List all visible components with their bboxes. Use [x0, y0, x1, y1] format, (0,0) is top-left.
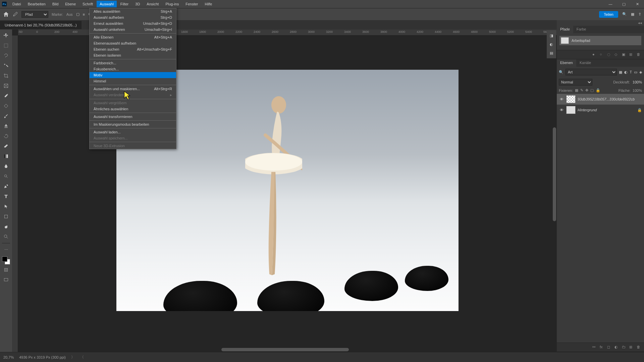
- menu-item[interactable]: Ebenen suchenAlt+Umschalt+Strg+F: [90, 46, 176, 52]
- channels-tab[interactable]: Kanäle: [576, 59, 594, 67]
- edit-toolbar[interactable]: ⋯: [1, 245, 11, 254]
- blend-mode-select[interactable]: Normal: [559, 79, 592, 85]
- delete-path-icon[interactable]: 🗑: [637, 52, 641, 57]
- healing-tool[interactable]: [1, 101, 11, 111]
- menu-datei[interactable]: Datei: [9, 1, 24, 7]
- close-button[interactable]: ✕: [631, 0, 644, 8]
- menu-bearbeiten[interactable]: Bearbeiten: [25, 1, 49, 7]
- lock-artboard-icon[interactable]: ▢: [590, 88, 594, 93]
- path-item[interactable]: Arbeitspfad: [559, 36, 641, 45]
- search-icon[interactable]: 🔍: [622, 12, 627, 16]
- dock-icon-libraries[interactable]: ▤: [547, 49, 555, 57]
- minimize-button[interactable]: —: [604, 0, 617, 8]
- layer-group-icon[interactable]: 🗀: [622, 345, 627, 350]
- brush-tool[interactable]: [1, 111, 11, 121]
- menu-fenster[interactable]: Fenster: [182, 1, 201, 7]
- zoom-tool[interactable]: [1, 232, 11, 241]
- mask-path-icon[interactable]: ▣: [622, 52, 627, 57]
- layer-filter-select[interactable]: Art: [566, 69, 617, 75]
- menu-item[interactable]: Auswahl transformieren: [90, 114, 176, 120]
- lock-position-icon[interactable]: ✥: [585, 88, 588, 93]
- vertical-scrollbar[interactable]: [553, 127, 556, 221]
- statusbar-nav-icon[interactable]: 〉: [71, 355, 75, 360]
- hand-tool[interactable]: [1, 222, 11, 231]
- layer-thumbnail[interactable]: [566, 95, 576, 103]
- layer-row[interactable]: 👁 Hintergrund 🔒: [557, 105, 644, 115]
- color-swatches[interactable]: [2, 256, 10, 264]
- visibility-toggle-icon[interactable]: 👁: [559, 97, 564, 101]
- new-layer-icon[interactable]: ⊞: [629, 345, 634, 350]
- dock-icon-adjustments[interactable]: ◐: [547, 40, 555, 48]
- gradient-tool[interactable]: [1, 152, 11, 161]
- type-tool[interactable]: [1, 192, 11, 201]
- workspace-icon[interactable]: ▦: [631, 12, 634, 16]
- horizontal-scrollbar[interactable]: [221, 348, 349, 351]
- menu-item[interactable]: Auswahl laden...: [90, 129, 176, 135]
- marquee-tool[interactable]: [1, 41, 11, 50]
- statusbar-nav-icon[interactable]: 〈: [80, 355, 84, 360]
- lock-all-icon[interactable]: 🔒: [596, 88, 600, 93]
- link-layers-icon[interactable]: ⚯: [592, 345, 597, 350]
- menu-auswahl[interactable]: Auswahl: [97, 1, 117, 7]
- layer-thumbnail[interactable]: [566, 106, 576, 114]
- layer-row[interactable]: 👁 93db395218b057...330cfde8922cb: [557, 94, 644, 105]
- frame-tool[interactable]: [1, 81, 11, 90]
- share-button[interactable]: Teilen: [599, 11, 618, 18]
- dock-icon-properties[interactable]: ◨: [547, 32, 555, 40]
- path-op-align-icon[interactable]: ≡: [83, 12, 85, 16]
- pen-tool[interactable]: [1, 182, 11, 191]
- fill-path-icon[interactable]: ●: [592, 52, 597, 57]
- stamp-tool[interactable]: [1, 121, 11, 131]
- filter-pixel-icon[interactable]: ▦: [619, 70, 622, 74]
- zoom-level[interactable]: 20,7%: [3, 355, 14, 359]
- blur-tool[interactable]: [1, 162, 11, 171]
- vertical-ruler[interactable]: [12, 36, 18, 352]
- document-tab[interactable]: Unbenannt-1 bei 20,7% (93db395218b05...): [0, 21, 82, 29]
- layer-mask-icon[interactable]: ◻: [607, 345, 612, 350]
- menu-item[interactable]: Auswählen und maskieren...Alt+Strg+R: [90, 86, 176, 92]
- eraser-tool[interactable]: [1, 141, 11, 151]
- menu-bild[interactable]: Bild: [49, 1, 61, 7]
- collapse-panel-icon[interactable]: ◂◂: [557, 20, 644, 26]
- menu-filter[interactable]: Filter: [117, 1, 131, 7]
- menu-plugins[interactable]: Plug-ins: [162, 1, 182, 7]
- adjustment-layer-icon[interactable]: ◐: [614, 345, 619, 350]
- menu-item[interactable]: Erneut auswählenUmschalt+Strg+D: [90, 20, 176, 26]
- menu-item[interactable]: Im Maskierungsmodus bearbeiten: [90, 121, 176, 127]
- screen-mode-toggle[interactable]: [1, 275, 11, 285]
- menu-item[interactable]: Auswahl umkehrenUmschalt+Strg+I: [90, 26, 176, 33]
- menu-item[interactable]: Alle EbenenAlt+Strg+A: [90, 34, 176, 40]
- dodge-tool[interactable]: [1, 172, 11, 181]
- menu-ansicht[interactable]: Ansicht: [144, 1, 162, 7]
- lock-icon[interactable]: 🔒: [637, 108, 642, 112]
- filter-adjust-icon[interactable]: ◐: [624, 70, 628, 74]
- rectangle-tool[interactable]: [1, 212, 11, 221]
- menu-item[interactable]: Ebenen isolieren: [90, 52, 176, 58]
- menu-item[interactable]: Ebenenauswahl aufheben: [90, 40, 176, 46]
- delete-layer-icon[interactable]: 🗑: [637, 345, 641, 350]
- color-tab[interactable]: Farbe: [573, 26, 590, 33]
- menu-ebene[interactable]: Ebene: [62, 1, 79, 7]
- maximize-button[interactable]: ▢: [617, 0, 631, 8]
- menu-item[interactable]: Motiv: [90, 72, 176, 78]
- filter-shape-icon[interactable]: ▭: [634, 70, 637, 74]
- aus-label[interactable]: Aus: [66, 12, 73, 16]
- layers-tab[interactable]: Ebenen: [557, 59, 576, 67]
- path-select-tool[interactable]: [1, 202, 11, 211]
- stroke-path-icon[interactable]: ○: [600, 52, 604, 57]
- filter-smart-icon[interactable]: ◈: [639, 70, 642, 74]
- lasso-tool[interactable]: [1, 51, 11, 60]
- crop-tool[interactable]: [1, 71, 11, 80]
- menu-item[interactable]: Farbbereich...: [90, 60, 176, 66]
- opacity-value[interactable]: 100%: [633, 80, 642, 84]
- filter-type-icon[interactable]: T: [630, 70, 632, 74]
- selection-to-path-icon[interactable]: ◇: [614, 52, 619, 57]
- menu-item[interactable]: Ähnliches auswählen: [90, 106, 176, 112]
- eyedropper-tool[interactable]: [1, 91, 11, 101]
- path-op-combine-icon[interactable]: ▢: [76, 12, 79, 16]
- menu-item[interactable]: Himmel: [90, 78, 176, 84]
- home-icon[interactable]: [3, 11, 9, 18]
- menu-item[interactable]: Fokusbereich...: [90, 66, 176, 72]
- path-to-selection-icon[interactable]: ◌: [607, 52, 612, 57]
- mode-select[interactable]: Pfad: [21, 11, 48, 18]
